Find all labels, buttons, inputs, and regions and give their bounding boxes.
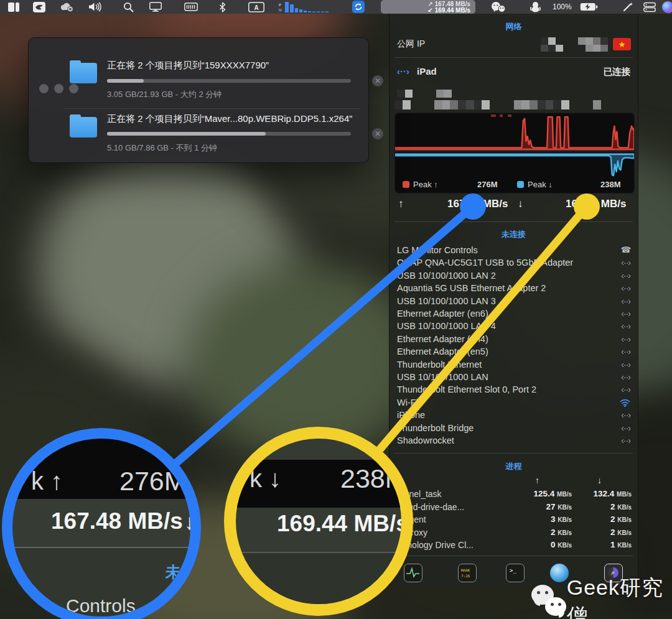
interface-label: Ethernet Adapter (en6) — [397, 309, 488, 319]
minimize-window-button[interactable] — [54, 84, 63, 93]
interface-row[interactable]: iPhone‹··› — [397, 409, 632, 422]
interface-row[interactable]: Shadowrocket‹··› — [397, 435, 632, 447]
process-name: ocproxy — [397, 528, 512, 541]
copy-task-status: 3.05 GB/21.93 GB - 大约 2 分钟 — [107, 89, 222, 100]
svg-text:>_: >_ — [510, 567, 516, 574]
bluetooth-icon[interactable] — [218, 2, 226, 12]
country-flag-icon: ★ — [613, 38, 631, 50]
menu-bar: A P U ↗ 167.48 MB/s ↙ 169.44 MB/s 100 — [0, 0, 672, 14]
siri-icon[interactable] — [662, 1, 672, 13]
interface-row[interactable]: Thunderbolt Bridge‹··› — [397, 422, 632, 435]
battery-icon[interactable] — [580, 2, 599, 12]
volume-icon[interactable] — [88, 2, 103, 12]
ethernet-icon: ‹··› — [621, 271, 630, 281]
interface-row[interactable]: Ethernet Adapter (en6)‹··› — [397, 308, 632, 320]
folder-icon — [70, 63, 97, 83]
cancel-copy-button[interactable]: ✕ — [372, 75, 383, 86]
process-name: kernel_task — [397, 489, 512, 502]
wechat-logo-icon — [530, 584, 567, 619]
qq-icon[interactable] — [530, 2, 541, 12]
istat-network-panel: 网络 公网 IP ★ ‹··› iPad 已连接 Peak ↑ 276M — [389, 14, 638, 587]
interface-label: LG Monitor Controls — [397, 245, 478, 255]
interface-row[interactable]: USB 10/100/1000 LAN 4‹··› — [397, 320, 632, 333]
connection-status: 已连接 — [604, 66, 631, 78]
cloud-offline-icon[interactable] — [59, 2, 75, 12]
scanner-icon[interactable] — [184, 2, 198, 12]
progress-bar — [107, 132, 351, 136]
down-arrow-glyph: ↙ — [428, 7, 433, 14]
ethernet-icon: ‹··› — [621, 321, 630, 331]
wechat-icon[interactable] — [490, 2, 506, 12]
interface-label: USB 10/100/1000 LAN 2 — [397, 271, 496, 281]
terminal-icon[interactable]: >_ — [506, 564, 525, 582]
interface-label: Ethernet Adapter (en5) — [397, 347, 488, 356]
ethernet-icon: ‹··› — [621, 296, 630, 306]
process-upload-value: 3 KB/s — [512, 514, 572, 528]
upload-swatch — [403, 181, 409, 188]
magnified-down-arrow: ↓ — [184, 510, 195, 534]
interface-label: Thunderbolt Ethernet Slot 0, Port 2 — [397, 384, 536, 394]
menubar-network-speed[interactable]: ↗ 167.48 MB/s ↙ 169.44 MB/s — [381, 0, 475, 14]
close-window-button[interactable] — [39, 84, 49, 93]
interface-label: Shadowrocket — [397, 435, 454, 445]
interface-label: USB 10/100/1000 LAN 3 — [397, 296, 496, 306]
ethernet-icon: ‹··› — [621, 258, 630, 268]
legend-download: Peak ↓ — [517, 179, 553, 189]
ethernet-icon: ‹··› — [621, 435, 630, 445]
interface-row[interactable]: Aquantia 5G USB Ethernet Adapter 2‹··› — [397, 282, 632, 295]
process-download-value: 2 KB/s — [572, 514, 632, 528]
copy-task-status: 5.10 GB/7.86 GB - 不到 1 分钟 — [107, 142, 217, 154]
bird-app-icon[interactable] — [33, 2, 45, 12]
process-row: kernel_task125.4 MB/s132.4 MB/s — [397, 489, 632, 502]
process-row: cloud-drive-dae...27 KB/s2 KB/s — [397, 502, 632, 515]
network-history-graph: Peak ↑ 276M Peak ↓ 238M — [394, 113, 635, 193]
interface-name[interactable]: iPad — [417, 66, 437, 77]
storage-stack-icon[interactable] — [643, 2, 656, 12]
search-icon[interactable] — [123, 2, 134, 12]
interface-row[interactable]: USB 10/100/1000 LAN 2‹··› — [397, 270, 632, 282]
phone-icon: ☎︎ — [621, 245, 630, 254]
magnified-peak-value: 276M — [119, 466, 187, 496]
ethernet-icon: ‹··› — [621, 372, 630, 382]
magnified-upload-speed: 167.48 MB/s — [51, 508, 183, 534]
interface-label: Ethernet Adapter (en4) — [397, 334, 488, 344]
process-row: CAgent3 KB/s2 KB/s — [397, 514, 632, 528]
interface-label: Aquantia 5G USB Ethernet Adapter 2 — [397, 283, 546, 293]
process-name: cloud-drive-dae... — [397, 502, 512, 515]
interface-row[interactable]: Ethernet Adapter (en4)‹··› — [397, 333, 632, 346]
yellow-magnifier-circle: k ↓ 238M 169.44 MB/s — [224, 427, 413, 616]
copy-task-title: 正在将 2 个项目拷贝到“159XXXX7790” — [107, 60, 269, 72]
download-swatch — [517, 181, 524, 188]
interface-row[interactable]: USB 10/100/1000 LAN‹··› — [397, 371, 632, 384]
ethernet-icon: ‹··› — [621, 283, 630, 293]
interface-row[interactable]: LG Monitor Controls☎︎ — [397, 244, 632, 257]
zoom-window-button[interactable] — [69, 84, 78, 93]
interface-row[interactable]: Wi-Fi — [397, 397, 632, 409]
up-arrow: ↑ — [398, 198, 404, 210]
section-processes: 进程 — [390, 461, 638, 472]
cpu-histogram-icon[interactable]: P U — [278, 2, 332, 12]
section-disconnected: 未连接 — [390, 229, 638, 240]
activity-graph-icon[interactable] — [404, 564, 422, 582]
input-source-icon[interactable]: A — [248, 2, 264, 12]
interface-row[interactable]: Ethernet Adapter (en5)‹··› — [397, 346, 632, 358]
sync-app-icon[interactable] — [352, 2, 365, 12]
process-upload-value: 125.4 MB/s — [512, 489, 572, 502]
interface-row[interactable]: Thunderbolt Ethernet Slot 0, Port 2‹··› — [397, 384, 632, 396]
interface-row[interactable]: Thunderbolt Ethernet‹··› — [397, 359, 632, 371]
date-widget-icon[interactable]: MARK7:26 — [458, 564, 477, 582]
cancel-copy-button[interactable]: ✕ — [372, 128, 383, 139]
redacted-detail — [397, 90, 452, 98]
display-icon[interactable] — [149, 2, 162, 12]
interface-row[interactable]: USB 10/100/1000 LAN 3‹··› — [397, 296, 632, 308]
ethernet-icon: ‹··› — [621, 360, 630, 370]
legend-download-peak: 238M — [600, 179, 621, 189]
public-ip-label: 公网 IP — [397, 39, 425, 50]
battery-percent: 100% — [553, 2, 572, 12]
svg-text:A: A — [254, 4, 258, 11]
window-manager-icon[interactable] — [8, 2, 19, 12]
redacted-public-ip — [541, 37, 608, 52]
legend-upload: Peak ↑ — [403, 179, 438, 189]
wand-tool-icon[interactable] — [622, 2, 633, 12]
interface-row[interactable]: QNAP QNA-UC5G1T USB to 5GbE Adapter‹··› — [397, 257, 632, 269]
